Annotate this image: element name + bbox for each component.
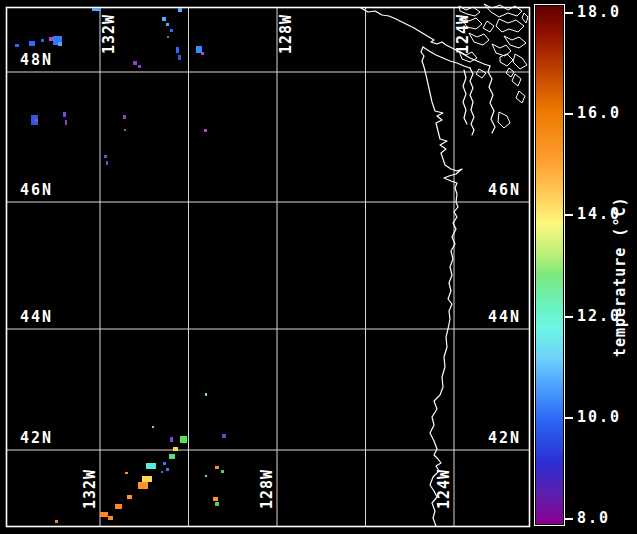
colorbar-tick-label-8.0: 8.0 — [577, 511, 610, 526]
colorbar-tick — [565, 12, 573, 14]
lat-label-42n-right: 42N — [488, 431, 521, 446]
coastline-layer — [361, 8, 495, 526]
map-frame — [7, 8, 530, 527]
lat-label-44n-left: 44N — [20, 310, 53, 325]
sst-map-figure: 48N46N46N44N44N42N42N132W132W128W128W124… — [0, 0, 637, 534]
colorbar — [534, 4, 565, 526]
graticule-layer — [6, 7, 530, 527]
lat-label-48n-left: 48N — [20, 53, 53, 68]
lon-label-128w-bottom: 128W — [260, 469, 275, 509]
colorbar-tick-label-10.0: 10.0 — [577, 410, 621, 425]
lat-label-46n-left: 46N — [20, 183, 53, 198]
lon-label-132w-top: 132W — [102, 14, 117, 54]
colorbar-gradient — [536, 6, 563, 524]
lat-label-44n-right: 44N — [488, 310, 521, 325]
lon-label-124w-top: 124W — [456, 14, 471, 54]
colorbar-tick-label-18.0: 18.0 — [577, 5, 621, 20]
colorbar-tick — [565, 417, 573, 419]
lon-label-124w-bottom: 124W — [437, 469, 452, 509]
colorbar-tick — [565, 518, 573, 520]
lon-label-132w-bottom: 132W — [83, 469, 98, 509]
lon-label-128w-top: 128W — [279, 14, 294, 54]
colorbar-tick — [565, 316, 573, 318]
colorbar-tick — [565, 113, 573, 115]
lat-label-46n-right: 46N — [488, 183, 521, 198]
colorbar-tick-label-16.0: 16.0 — [577, 106, 621, 121]
colorbar-title: temperature (°C) — [613, 197, 628, 358]
lat-label-42n-left: 42N — [20, 431, 53, 446]
colorbar-tick — [565, 214, 573, 216]
